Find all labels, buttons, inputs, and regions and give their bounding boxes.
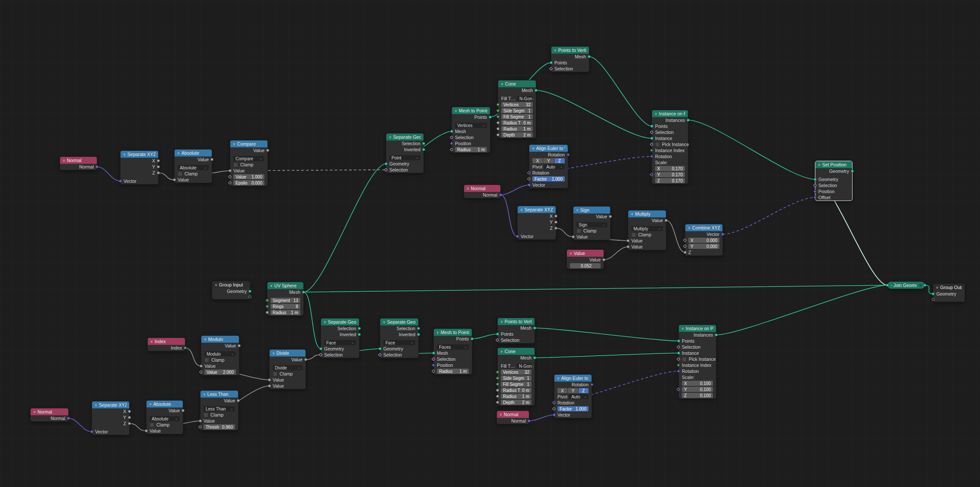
checkbox[interactable] [682,357,687,362]
node-header[interactable]: ∨Normal [31,408,68,415]
socket-f7[interactable] [496,395,499,398]
number-field[interactable]: Vertices32 [501,102,533,107]
node-header[interactable]: ∨Modulo [201,336,239,343]
node-combxyz[interactable]: ∨Combine XYZVectorX0.000Y0.000Z [685,224,723,256]
node-header[interactable]: ∨Instance on Point [652,110,688,117]
collapse-chevron-icon[interactable]: ∨ [436,331,439,334]
socket-value[interactable] [237,399,240,402]
socket-f3[interactable] [496,103,500,106]
collapse-chevron-icon[interactable]: ∨ [272,351,275,355]
node-aligneuler-b[interactable]: ∨Align Euler to Ve…RotationXYZPivotAuto⌄… [554,374,592,418]
socket-normal[interactable] [499,194,502,197]
number-field[interactable]: Value1.000 [233,174,264,179]
socket-f4[interactable] [496,109,500,112]
socket-mesh[interactable] [432,352,435,355]
node-normal-bl[interactable]: ∨NormalNormal [30,408,69,422]
socket-inverted[interactable] [422,148,425,151]
number-field[interactable]: 0.052 [570,263,601,268]
collapse-chevron-icon[interactable]: ∨ [63,159,65,162]
number-field[interactable]: Depth2 m [501,132,533,137]
socket-selection[interactable] [358,327,361,330]
node-header[interactable]: ∨Cone [498,80,536,87]
node-sepgeo-b1[interactable]: ∨Separate Geom…SelectionInvertedFace⌄Geo… [321,318,360,358]
number-field[interactable]: X0.000 [688,238,719,243]
number-field[interactable]: Y0.100 [682,387,713,392]
socket-f8[interactable] [496,134,500,137]
node-abs-tl[interactable]: ∨AbsoluteValueAbsolute⌄ClampValue [174,149,212,183]
number-field[interactable]: Z0.170 [655,178,685,183]
socket-x[interactable] [128,410,131,413]
socket-geometry[interactable] [248,290,251,293]
socket-instance[interactable] [677,352,680,355]
socket-value[interactable] [266,149,269,152]
socket-instances[interactable] [715,334,718,337]
socket-points[interactable] [496,333,499,336]
collapse-chevron-icon[interactable]: ∨ [688,226,690,230]
node-compare[interactable]: ∨CompareValueCompare⌄ClampValueValue1.00… [230,140,268,186]
axis-button-x[interactable]: X [532,158,543,163]
node-header[interactable]: ∨Absolute [175,150,212,156]
number-field[interactable]: Depth2 m [501,400,531,405]
socket-selection[interactable] [417,327,420,330]
number-field[interactable]: Y0.170 [655,172,685,177]
node-header[interactable]: ∨Instance on Point [679,325,716,332]
collapse-chevron-icon[interactable]: › [891,283,892,287]
number-field[interactable]: Epsilo0.000 [233,180,264,185]
node-header[interactable]: ∨Points to Vertices [498,318,535,325]
socket-f5[interactable] [496,115,500,118]
socket-value[interactable] [229,169,232,172]
axis-button-x[interactable]: X [557,388,567,393]
node-joingeo[interactable]: ›Join Geometry [887,281,925,289]
socket-f4[interactable] [266,311,269,314]
socket-vector[interactable] [553,414,556,417]
socket-normal[interactable] [95,166,99,169]
collapse-chevron-icon[interactable]: ∨ [936,286,939,290]
socket-f3[interactable] [496,371,499,374]
socket-x[interactable] [157,159,160,162]
socket-vector[interactable] [119,180,122,183]
socket-f3[interactable] [266,305,269,308]
socket-geometry[interactable] [385,162,388,166]
socket-value1[interactable] [627,239,630,242]
collapse-chevron-icon[interactable]: ∨ [204,337,207,341]
socket-geometry[interactable] [379,347,382,350]
node-header[interactable]: ∨Group Output [933,284,964,291]
node-header[interactable]: ∨Separate XYZ [92,401,129,408]
dropdown[interactable]: Auto⌄ [569,394,589,399]
socket-value[interactable] [200,365,203,368]
socket-value[interactable] [602,258,605,261]
dropdown[interactable]: Faces⌄ [437,344,469,350]
number-field[interactable]: Y0.000 [688,244,719,249]
socket-instances[interactable] [687,119,690,122]
socket-value[interactable] [173,178,176,181]
collapse-chevron-icon[interactable]: ∨ [554,48,557,52]
socket-f4[interactable] [496,377,499,380]
checkbox[interactable] [178,172,182,176]
collapse-chevron-icon[interactable]: ∨ [631,212,633,216]
dropdown[interactable]: Less Than⌄ [204,406,235,411]
socket-vector[interactable] [528,184,531,187]
socket-normal[interactable] [528,420,531,423]
number-field[interactable]: Vertices32 [501,369,531,375]
collapse-chevron-icon[interactable]: ∨ [655,112,657,116]
number-field[interactable]: Thresh0.960 [204,424,235,430]
node-cone-top[interactable]: ∨ConeMeshFill T…N-Gon⌄Vertices32Side Seg… [498,80,536,138]
collapse-chevron-icon[interactable]: ∨ [383,320,385,324]
collapse-chevron-icon[interactable]: ∨ [455,109,457,113]
node-aligneuler-top[interactable]: ∨Align Euler to Ve…RotationXYZPivotAuto⌄… [529,144,568,188]
collapse-chevron-icon[interactable]: ∨ [270,284,273,288]
node-normal-tl[interactable]: ∨NormalNormal [60,156,97,170]
node-header[interactable]: ∨Multiply [628,210,666,217]
socket-points[interactable] [650,125,653,128]
socket-y[interactable] [128,416,131,419]
node-p2v-top[interactable]: ∨Points to VerticesMeshPointsSelection [551,46,589,72]
socket-value[interactable] [199,420,202,423]
dropdown[interactable]: Multiply⌄ [631,226,663,231]
socket-z[interactable] [684,251,687,254]
collapse-chevron-icon[interactable]: ∨ [203,392,206,396]
node-sepxyz-tl[interactable]: ∨Separate XYZXYZVector [120,150,159,185]
socket-index[interactable] [184,347,187,350]
collapse-chevron-icon[interactable]: ∨ [557,376,560,380]
dropdown[interactable]: Face⌄ [324,340,356,345]
node-abs-bl[interactable]: ∨AbsoluteValueAbsolute⌄ClampValue [146,400,183,434]
